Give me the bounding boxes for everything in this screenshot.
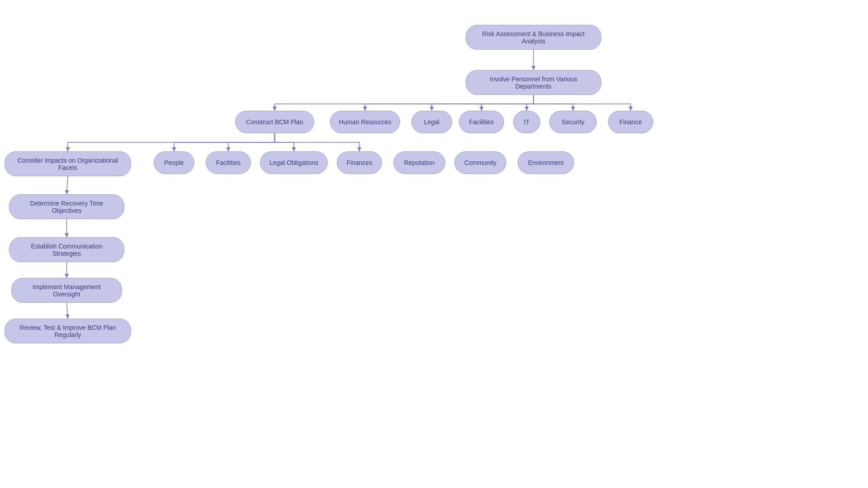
node-involve: Involve Personnel from Various Departmen…	[466, 70, 601, 95]
diagram-container: Risk Assessment & Business Impact Analys…	[0, 0, 868, 488]
node-risk: Risk Assessment & Business Impact Analys…	[466, 25, 601, 50]
node-establish: Establish Communication Strategies	[9, 237, 124, 262]
node-legal_dept: Legal	[411, 111, 452, 133]
node-finance_dept: Finance	[608, 111, 653, 133]
node-determine: Determine Recovery Time Objectives	[9, 194, 124, 219]
node-hr: Human Resources	[330, 111, 400, 133]
node-environment: Environment	[518, 151, 574, 174]
node-facilities: Facilities	[206, 151, 251, 174]
connections-svg	[0, 0, 868, 488]
node-security_dept: Security	[549, 111, 597, 133]
node-it: IT	[513, 111, 540, 133]
node-people: People	[154, 151, 194, 174]
node-consider: Consider Impacts on Organizational Facet…	[5, 151, 131, 176]
node-finances: Finances	[337, 151, 382, 174]
node-community: Community	[454, 151, 506, 174]
node-facilities_dept: Facilities	[459, 111, 504, 133]
node-reputation: Reputation	[393, 151, 445, 174]
node-legal_obl: Legal Obligations	[260, 151, 328, 174]
node-implement: Implement Management Oversight	[11, 278, 122, 303]
node-construct: Construct BCM Plan	[235, 111, 314, 133]
node-review: Review, Test & Improve BCM Plan Regularl…	[5, 319, 131, 343]
